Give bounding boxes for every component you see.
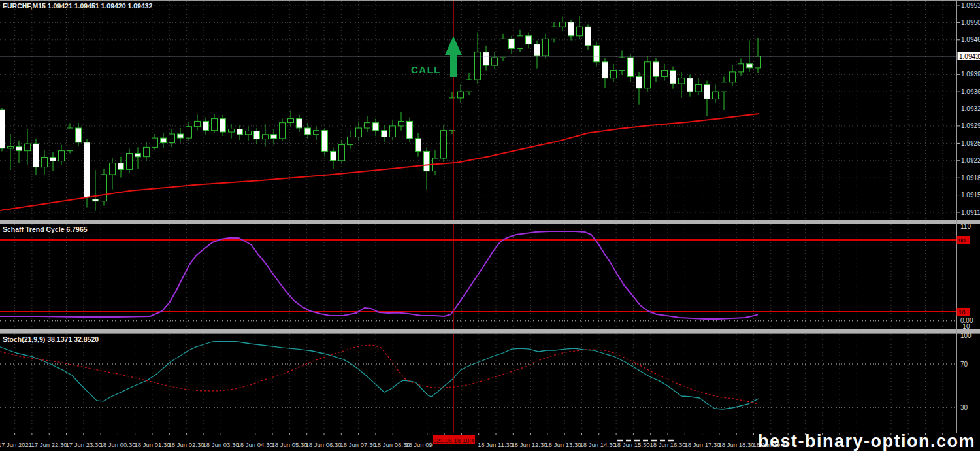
candle-body <box>271 135 277 139</box>
candle-body <box>509 39 515 48</box>
candle-body <box>382 131 387 137</box>
candle-body <box>110 163 116 175</box>
candle-body <box>42 158 48 167</box>
stoch-indicator-title: Stoch(21,9,9) 38.1371 32.8520 <box>3 335 99 343</box>
candle-body <box>220 119 226 132</box>
time-axis-label: 18 Jun 07:30 <box>340 441 376 448</box>
candle-body <box>246 131 252 135</box>
candle-body <box>118 163 124 170</box>
candle-body <box>263 135 269 139</box>
price-scale-label: 1.09360 <box>961 88 980 95</box>
candle-body <box>84 142 90 197</box>
candle-body <box>577 27 583 36</box>
candle-body <box>628 58 634 76</box>
stc-indicator-title: Schaff Trend Cycle 6.7965 <box>3 226 88 233</box>
price-scale-label: 1.09115 <box>961 209 980 216</box>
candle-body <box>390 126 396 137</box>
candle-body <box>101 175 107 201</box>
panel-separator[interactable] <box>0 329 980 333</box>
candle-body <box>169 134 175 143</box>
candle-body <box>534 44 540 56</box>
candle-body <box>365 123 370 128</box>
candle-body <box>33 144 39 167</box>
candle-body <box>288 119 294 123</box>
candle-body <box>526 36 532 44</box>
candle-body <box>416 139 421 152</box>
candle-body <box>348 137 353 145</box>
price-scale-label: 1.09185 <box>961 175 980 182</box>
candle-body <box>517 36 523 49</box>
candle-body <box>585 27 591 46</box>
stc-upper-level-label: 90 <box>958 237 966 244</box>
time-axis-label: 18 Jun 11:30 <box>478 441 513 448</box>
candle-body <box>466 80 472 92</box>
candle-body <box>653 62 659 77</box>
candle-body <box>212 119 218 131</box>
window-top-border <box>0 0 980 1</box>
candle-body <box>662 71 668 77</box>
candle-body <box>543 39 549 56</box>
call-signal-label: CALL <box>411 64 441 75</box>
current-price-label: 1.09432 <box>959 53 980 60</box>
chart-background <box>0 0 980 451</box>
chart-canvas[interactable]: 1.095351.095001.094651.093951.093601.093… <box>0 0 980 451</box>
time-axis-label: 18 Jun 12:30 <box>512 441 547 448</box>
candle-body <box>203 121 209 130</box>
price-scale-label: 1.09500 <box>961 19 980 26</box>
candle-body <box>331 151 336 160</box>
candle-body <box>679 78 685 84</box>
candle-body <box>687 78 693 92</box>
candle-body <box>67 128 73 151</box>
candle-body <box>8 147 14 148</box>
candle-body <box>229 129 235 133</box>
chart-title: EURCHF,M15 1.09421 1.09451 1.09420 1.094… <box>3 2 153 10</box>
candle-body <box>93 199 99 201</box>
time-axis-label: 18 Jun 03:30 <box>203 441 239 448</box>
time-axis-label: 18 Jun 14:30 <box>580 441 616 448</box>
price-scale-label: 1.09395 <box>961 71 980 78</box>
candle-body <box>339 145 345 161</box>
candle-body <box>297 119 302 128</box>
candle-body <box>441 131 447 158</box>
stoch-scale-100: 100 <box>960 332 972 339</box>
call-arrow-shaft <box>450 54 457 77</box>
stc-scale-minus10: -10 <box>960 323 970 330</box>
candle-body <box>568 22 574 36</box>
candle-body <box>738 64 744 72</box>
candle-body <box>76 128 82 142</box>
time-axis-label: 18 Jun 06:30 <box>306 441 342 448</box>
stc-scale-110: 110 <box>960 223 971 230</box>
candle-body <box>721 82 727 92</box>
candle-body <box>186 127 192 138</box>
time-axis-label: 18 Jun 00:30 <box>100 441 136 448</box>
time-axis-label: 17 Jun 23:30 <box>66 441 102 448</box>
time-axis-label: 18 Jun 02:30 <box>169 441 204 448</box>
stoch-scale-70: 70 <box>960 361 968 368</box>
time-axis-label: 18 Jun 17:30 <box>685 441 721 448</box>
candle-body <box>747 64 753 68</box>
candle-body <box>560 22 566 27</box>
price-scale-label: 1.09535 <box>961 2 980 9</box>
time-axis-label: 18 Jun 15:30 <box>614 441 650 448</box>
candle-body <box>127 154 133 170</box>
candle-body <box>152 138 158 147</box>
candle-body <box>483 52 489 65</box>
price-scale-label: 1.09220 <box>961 157 980 164</box>
candle-body <box>305 128 311 135</box>
candle-body <box>551 27 557 39</box>
panel-separator[interactable] <box>0 220 980 224</box>
stc-lower-level-label: 10 <box>958 309 966 316</box>
watermark-text: best-binary-option.com <box>758 431 975 451</box>
candle-body <box>237 129 243 135</box>
time-axis-label: 17 Jun 22:30 <box>31 441 67 448</box>
mt4-chart-window: 1.095351.095001.094651.093951.093601.093… <box>0 0 980 451</box>
time-axis-label: 18 Jun 13:30 <box>546 441 581 448</box>
candle-body <box>713 92 719 99</box>
panel-separator-edge <box>0 224 980 224</box>
candle-body <box>407 121 413 138</box>
candle-body <box>322 131 328 152</box>
candle-body <box>161 138 167 143</box>
candle-body <box>25 144 31 151</box>
candle-body <box>602 62 608 78</box>
candle-body <box>59 151 65 161</box>
